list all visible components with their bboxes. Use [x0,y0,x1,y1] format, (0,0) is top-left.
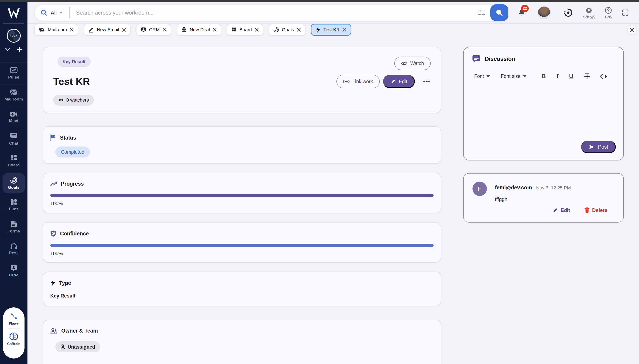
topbar: All 22 Settings Help [28,2,639,23]
tab-close-icon[interactable] [70,28,74,32]
discussion-card: Discussion Font Font size B I U [463,47,624,160]
pulse-icon [10,67,18,74]
link-work-button[interactable]: Link work [337,75,380,88]
help-button[interactable]: Help [605,7,612,19]
new-deal-briefcase-icon [181,27,187,32]
tab-close-icon[interactable] [122,28,126,32]
tab-close-icon[interactable] [163,28,167,32]
confidence-bar-fill [50,244,434,247]
sidebar-item-meet[interactable]: Meet [0,106,28,128]
key-result-column: Key Result Watch Test KR Link work Edit [43,47,441,364]
user-avatar[interactable] [538,6,551,19]
workspace-switcher-chevron-icon[interactable] [5,48,10,51]
search-scope-dropdown[interactable]: All [51,10,57,16]
italic-button[interactable]: I [556,73,559,80]
sidebar-item-desk[interactable]: Desk [0,238,28,260]
window-top-strip [0,0,639,2]
tab-close-icon[interactable] [343,28,346,32]
tab-close-icon[interactable] [297,28,301,32]
flow-plus-icon[interactable] [10,312,18,320]
confidence-heading: Confidence [60,230,89,237]
desk-headset-icon [10,242,18,249]
type-value: Key Result [50,293,434,299]
tab-close-icon[interactable] [255,28,259,32]
people-icon [50,328,58,334]
owner-value-badge[interactable]: Unassigned [55,342,100,352]
edit-button[interactable]: Edit [383,75,415,88]
font-size-dropdown[interactable]: Font size [501,74,526,79]
tab-mailroom[interactable]: Mailroom [34,24,78,36]
strikethrough-icon[interactable] [584,73,590,80]
sidebar-bottom-pill: Flow+ CoBrain [3,308,25,358]
key-result-header-card: Key Result Watch Test KR Link work Edit [43,47,441,113]
bold-button[interactable]: B [542,73,546,80]
sidebar-item-board[interactable]: Board [0,150,28,172]
cobrain-brain-icon[interactable] [9,332,19,341]
fullscreen-icon[interactable] [621,9,629,17]
sidebar-item-mailroom[interactable]: Mailroom [0,84,28,106]
scope-caret-icon [59,12,63,14]
tab-crm[interactable]: CRM [136,24,171,36]
status-value-badge[interactable]: Completed [55,146,90,158]
sidebar-item-goals[interactable]: Goals [0,172,28,194]
comment-edit-button[interactable]: Edit [553,207,570,213]
comment-body: fffggh [495,196,507,202]
type-chip: Key Result [58,56,91,67]
filter-tune-icon[interactable] [478,10,485,16]
notification-badge: 22 [521,5,529,12]
pencil-icon [391,79,396,84]
files-icon [10,199,17,206]
notifications-bell-icon[interactable]: 22 [517,8,526,17]
comment-avatar: F [472,182,487,196]
gear-icon [585,7,592,14]
tab-test-kr[interactable]: Test KR [311,24,351,36]
code-icon[interactable] [600,74,608,79]
app-logo [7,8,21,19]
search-submit-button[interactable] [490,4,508,21]
comment-delete-button[interactable]: Delete [584,207,607,213]
progress-bar [50,194,434,197]
settings-button[interactable]: Settings [583,7,595,19]
sidebar-divider [4,23,24,24]
flow-plus-label[interactable]: Flow+ [9,322,19,326]
add-workspace-icon[interactable] [17,47,23,52]
more-options-icon[interactable]: ••• [423,78,431,85]
help-label: Help [605,15,612,19]
search-input[interactable] [76,10,478,16]
eye-icon [401,61,407,66]
history-icon[interactable] [563,8,573,18]
tab-new-deal[interactable]: New Deal [177,24,221,36]
crm-contact-icon [141,27,146,32]
bolt-icon [316,27,320,33]
crm-contact-icon [10,264,17,272]
owner-heading: Owner & Team [61,328,98,334]
comment-author: femi@dev.com [495,184,532,191]
sidebar-item-crm[interactable]: CRM [0,260,28,282]
sidebar-item-files[interactable]: Files [0,194,28,216]
mailroom-icon [10,89,18,96]
cobrain-label[interactable]: CoBrain [7,342,20,346]
post-button[interactable]: Post [581,140,616,153]
workspace-avatar[interactable]: TECH [7,29,21,43]
chat-icon [10,132,18,140]
tab-goals[interactable]: Goals [269,24,305,36]
progress-bar-fill [50,194,434,197]
sidebar-item-pulse[interactable]: Pulse [0,62,28,84]
underline-button[interactable]: U [569,73,573,80]
tab-close-icon[interactable] [213,28,217,32]
chevron-down-icon [486,76,490,78]
font-dropdown[interactable]: Font [474,74,490,79]
search-bar[interactable]: All [34,4,509,21]
settings-label: Settings [583,15,595,19]
tab-board[interactable]: Board [227,24,263,36]
watch-button[interactable]: Watch [394,56,431,70]
sidebar-item-forms[interactable]: Forms [0,216,28,238]
status-heading: Status [60,135,76,141]
tab-new-email[interactable]: New Email [84,24,130,36]
goals-target-icon [10,176,18,184]
close-panel-icon[interactable] [627,25,637,35]
comment-editor[interactable] [472,94,615,135]
sidebar-item-chat[interactable]: Chat [0,128,28,150]
page-title: Test KR [53,76,90,87]
confidence-value: 100% [50,251,434,256]
